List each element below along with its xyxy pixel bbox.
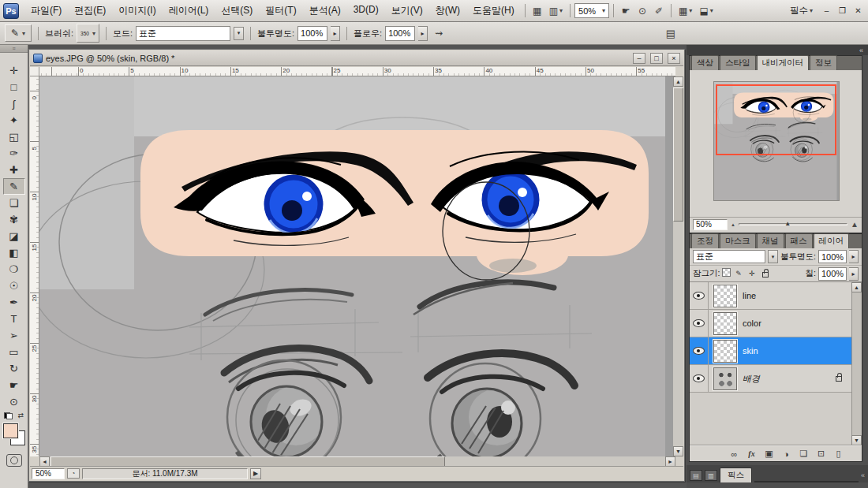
menu-item-9[interactable]: 창(W) bbox=[429, 1, 466, 20]
default-colors-icon[interactable] bbox=[4, 412, 13, 419]
navigator-view-box[interactable] bbox=[716, 84, 836, 155]
zoom-tool[interactable]: ⊙ bbox=[3, 393, 25, 410]
bottom-dock-tab[interactable]: 픽스 bbox=[720, 468, 752, 482]
layer-group-icon[interactable]: ❏ bbox=[798, 449, 810, 459]
healing-brush-tool[interactable]: ✚ bbox=[3, 162, 25, 178]
tab-조정[interactable]: 조정 bbox=[691, 233, 719, 248]
vertical-scroll-thumb[interactable] bbox=[673, 88, 683, 222]
tab-스타일[interactable]: 스타일 bbox=[720, 55, 756, 70]
restore-button[interactable]: ❐ bbox=[836, 5, 849, 17]
menu-item-8[interactable]: 보기(V) bbox=[385, 1, 429, 20]
tab-정보[interactable]: 정보 bbox=[810, 55, 837, 70]
dodge-tool[interactable]: ☉ bbox=[3, 278, 25, 294]
layer-opacity-input[interactable]: 100% bbox=[818, 250, 847, 263]
lock-all-icon[interactable] bbox=[759, 268, 771, 280]
blur-tool[interactable]: ❍ bbox=[3, 261, 25, 278]
toolbar-grip[interactable]: ≡ bbox=[0, 45, 28, 53]
vertical-scrollbar[interactable]: ▲ ▼ bbox=[673, 76, 683, 456]
workspace-select[interactable]: 필수▾ bbox=[785, 5, 817, 17]
dock-chip-icon[interactable]: ▤ bbox=[690, 470, 702, 481]
layer-thumbnail[interactable] bbox=[713, 367, 737, 390]
doc-maximize-button[interactable]: □ bbox=[650, 53, 663, 64]
new-layer-icon[interactable]: ⊡ bbox=[815, 449, 827, 459]
blend-mode-select[interactable]: 표준 bbox=[136, 26, 230, 41]
visibility-toggle[interactable] bbox=[690, 310, 709, 337]
layer-thumbnail[interactable] bbox=[713, 285, 737, 307]
pen-tool[interactable]: ✒ bbox=[3, 294, 25, 311]
zoom-out-icon[interactable]: ▲ bbox=[731, 222, 735, 227]
menu-item-7[interactable]: 3D(D) bbox=[347, 1, 385, 20]
status-options-button[interactable]: ▶ bbox=[250, 468, 261, 479]
rotate-view-tool[interactable]: ↻ bbox=[3, 360, 25, 377]
quick-mask-button[interactable] bbox=[6, 454, 22, 467]
menu-item-6[interactable]: 분석(A) bbox=[303, 1, 347, 20]
eyedropper-tool[interactable]: ✑ bbox=[3, 145, 25, 162]
scroll-down-button[interactable]: ▼ bbox=[851, 435, 862, 445]
layer-opacity-slider-button[interactable]: ▸ bbox=[849, 250, 859, 263]
lock-transparency-icon[interactable] bbox=[722, 268, 731, 277]
visibility-toggle[interactable] bbox=[690, 337, 709, 365]
layer-row-line[interactable]: line bbox=[690, 282, 853, 310]
navigator-zoom-slider[interactable]: ▲ bbox=[739, 223, 847, 225]
blend-mode-dropdown-button[interactable]: ▾ bbox=[234, 27, 244, 40]
delete-layer-icon[interactable]: ▯ bbox=[832, 449, 844, 459]
collapse-panels-icon[interactable]: « bbox=[861, 471, 865, 479]
rotate-view-icon[interactable]: ✐ bbox=[651, 3, 667, 19]
type-tool[interactable]: T bbox=[3, 311, 25, 327]
brush-preset-selector[interactable]: 350 ▾ bbox=[77, 24, 99, 43]
scroll-down-button[interactable]: ▼ bbox=[673, 446, 683, 456]
tool-preset-picker[interactable]: ✎▾ bbox=[5, 24, 32, 42]
airbrush-toggle-icon[interactable]: ⇝ bbox=[431, 25, 447, 41]
zoom-level-select[interactable]: 50%▾ bbox=[574, 3, 609, 18]
crop-tool[interactable]: ◱ bbox=[3, 129, 25, 145]
adjustment-layer-icon[interactable]: ◑ bbox=[780, 449, 792, 459]
layer-mask-icon[interactable]: ▣ bbox=[763, 449, 775, 459]
flow-input[interactable]: 100% bbox=[385, 26, 415, 41]
menu-item-3[interactable]: 레이어(L) bbox=[163, 1, 215, 20]
layer-blend-mode-select[interactable]: 표준 bbox=[693, 250, 765, 263]
flow-slider-button[interactable]: ▸ bbox=[418, 26, 428, 41]
tab-내비게이터[interactable]: 내비게이터 bbox=[757, 55, 810, 70]
hand-tool[interactable]: ☛ bbox=[3, 377, 25, 393]
zoom-in-icon[interactable]: ▲ bbox=[851, 220, 859, 229]
menu-item-2[interactable]: 이미지(I) bbox=[112, 1, 162, 20]
opacity-input[interactable]: 100% bbox=[297, 26, 327, 41]
layer-row-skin[interactable]: skin bbox=[690, 337, 853, 365]
close-button[interactable]: ✕ bbox=[851, 5, 865, 17]
tab-채널[interactable]: 채널 bbox=[757, 233, 784, 248]
visibility-toggle[interactable] bbox=[690, 365, 709, 393]
document-title-bar[interactable]: eyes.JPG @ 50% (skin, RGB/8) * – □ × bbox=[30, 50, 683, 66]
navigator-zoom-input[interactable]: 50% bbox=[693, 219, 728, 230]
status-zoom-input[interactable]: 50% bbox=[32, 468, 65, 479]
lock-paint-icon[interactable]: ✎ bbox=[732, 268, 744, 280]
hand-tool-icon[interactable]: ☛ bbox=[618, 3, 634, 19]
menu-item-10[interactable]: 도움말(H) bbox=[466, 1, 521, 20]
menu-item-4[interactable]: 선택(S) bbox=[215, 1, 259, 20]
quick-selection-tool[interactable]: ✦ bbox=[3, 112, 25, 129]
shape-tool[interactable]: ▭ bbox=[3, 344, 25, 360]
layer-fill-input[interactable]: 100% bbox=[818, 267, 847, 281]
arrange-documents-icon[interactable]: ▦▾ bbox=[675, 3, 695, 19]
menu-item-5[interactable]: 필터(T) bbox=[259, 1, 302, 20]
layer-row-배경[interactable]: 배경 bbox=[690, 365, 853, 393]
opacity-slider-button[interactable]: ▸ bbox=[331, 26, 340, 41]
toggle-panels-icon[interactable]: ▤ bbox=[663, 25, 679, 41]
layer-thumbnail[interactable] bbox=[713, 340, 737, 363]
screen-mode-icon[interactable]: ⬓▾ bbox=[696, 3, 716, 19]
horizontal-ruler[interactable]: 051015202530354045505560 bbox=[39, 67, 675, 76]
layer-blend-dropdown-button[interactable]: ▾ bbox=[768, 250, 778, 263]
zoom-slider-thumb[interactable]: ▲ bbox=[784, 220, 791, 227]
dock-chip-icon[interactable]: ▥ bbox=[705, 470, 717, 481]
scroll-up-button[interactable]: ▲ bbox=[851, 282, 862, 292]
doc-minimize-button[interactable]: – bbox=[633, 53, 645, 64]
history-brush-tool[interactable]: ✾ bbox=[3, 211, 25, 228]
tab-색상[interactable]: 색상 bbox=[691, 55, 719, 70]
vertical-ruler[interactable]: 05101520253035 bbox=[30, 76, 39, 456]
link-layers-icon[interactable]: ∞ bbox=[728, 449, 740, 459]
marquee-tool[interactable]: □ bbox=[3, 79, 25, 95]
minimize-button[interactable]: – bbox=[820, 5, 833, 17]
eraser-tool[interactable]: ◪ bbox=[3, 228, 25, 244]
brush-tool[interactable]: ✎ bbox=[3, 178, 25, 195]
doc-close-button[interactable]: × bbox=[668, 53, 680, 64]
view-extras-icon[interactable]: ▥▾ bbox=[546, 3, 566, 19]
